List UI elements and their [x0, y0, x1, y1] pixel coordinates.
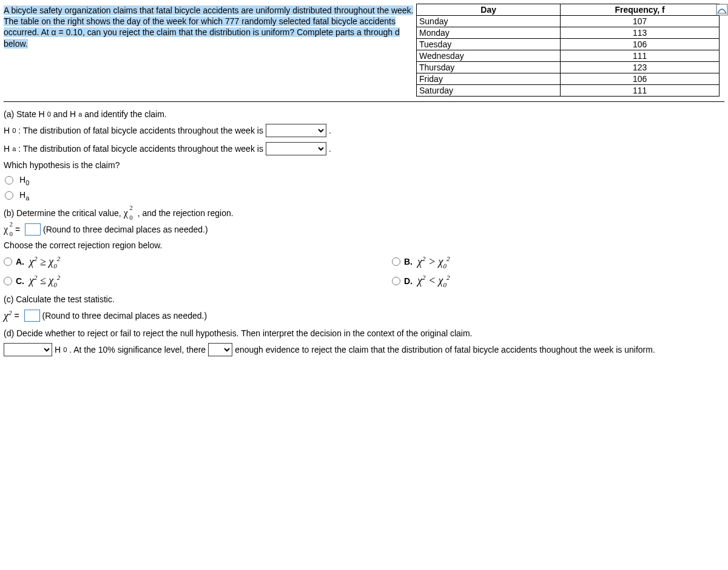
chi-sq-0-symbol: χ20 [124, 208, 128, 219]
table-row: Monday113 [417, 27, 720, 39]
critical-value-input[interactable] [25, 223, 41, 236]
rr-d-radio[interactable] [392, 277, 400, 285]
rr-c-radio[interactable] [4, 277, 12, 285]
col-day: Day [417, 4, 561, 16]
table-row: Tuesday106 [417, 39, 720, 50]
table-row: Saturday111 [417, 85, 720, 97]
h0-distribution-select[interactable] [266, 124, 326, 137]
option-b-expr: χ2 > χ02 [417, 255, 450, 270]
table-row: Thursday123 [417, 62, 720, 73]
which-claim-label: Which hypothesis is the claim? [4, 160, 724, 170]
part-c: (c) Calculate the test statistic. χ2 = (… [4, 294, 724, 322]
choose-region-label: Choose the correct rejection region belo… [4, 240, 724, 250]
rr-b-radio[interactable] [392, 257, 400, 266]
option-c-expr: χ2 ≤ χ02 [29, 274, 60, 288]
part-b: (b) Determine the critical value, χ20 , … [4, 208, 724, 288]
table-row: Sunday107 [417, 16, 720, 27]
claim-ha-radio[interactable] [5, 191, 13, 200]
rr-a-radio[interactable] [4, 257, 12, 266]
table-row: Wednesday111 [417, 50, 720, 62]
claim-h0-radio[interactable] [5, 176, 13, 185]
problem-prompt: A bicycle safety organization claims tha… [4, 4, 416, 49]
evidence-select[interactable] [208, 343, 232, 356]
normal-curve-icon[interactable] [716, 4, 728, 16]
option-d-expr: χ2 < χ02 [417, 274, 450, 288]
col-freq: Frequency, f [561, 4, 720, 16]
prompt-text: A bicycle safety organization claims tha… [4, 5, 413, 49]
frequency-table: Day Frequency, f Sunday107 Monday113 Tue… [416, 4, 720, 97]
divider [4, 101, 724, 102]
decision-select[interactable] [4, 343, 52, 356]
part-d: (d) Decide whether to reject or fail to … [4, 328, 724, 356]
table-row: Friday106 [417, 73, 720, 85]
ha-distribution-select[interactable] [266, 142, 326, 155]
part-a: (a) State H0 and Ha and identify the cla… [4, 109, 724, 202]
option-a-expr: χ2 ≥ χ02 [29, 255, 60, 270]
test-statistic-input[interactable] [24, 310, 40, 322]
